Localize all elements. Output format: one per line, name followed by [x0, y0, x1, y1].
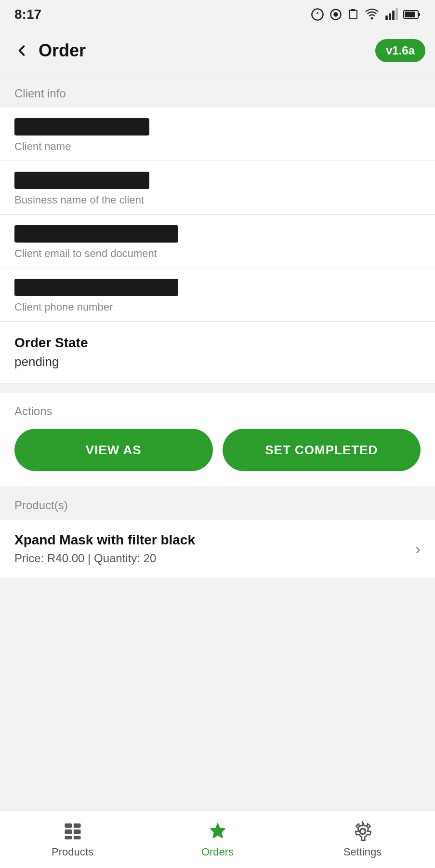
- svg-rect-18: [73, 836, 80, 839]
- svg-rect-15: [65, 829, 72, 834]
- actions-header: Actions: [14, 405, 421, 418]
- client-email-redacted: [14, 225, 178, 243]
- client-phone-label: Client phone number: [14, 301, 113, 313]
- svg-point-19: [360, 828, 365, 834]
- notification-icon: [311, 8, 324, 21]
- product-details: Price: R40.00 | Quantity: 20: [14, 552, 195, 565]
- status-time: 8:17: [14, 7, 41, 22]
- client-info-header: Client info: [0, 72, 435, 108]
- nav-item-settings[interactable]: Settings: [290, 821, 435, 858]
- app-icon-1: [329, 8, 343, 21]
- svg-point-2: [333, 12, 338, 16]
- client-phone-redacted: [14, 279, 178, 296]
- svg-rect-6: [385, 15, 388, 20]
- chevron-right-icon: ›: [415, 540, 421, 558]
- business-name-field: Business name of the client: [0, 161, 435, 215]
- business-name-redacted: [14, 172, 149, 189]
- version-badge: v1.6a: [375, 39, 425, 62]
- status-bar: 8:17: [0, 0, 435, 29]
- client-name-label: Client name: [14, 140, 71, 152]
- svg-rect-17: [65, 836, 72, 839]
- nav-item-products[interactable]: Products: [0, 821, 145, 858]
- order-state-title: Order State: [14, 335, 421, 351]
- app-bar: Order v1.6a: [0, 29, 435, 72]
- back-button[interactable]: [10, 39, 34, 63]
- svg-rect-13: [65, 823, 72, 827]
- products-header: Product(s): [0, 499, 435, 520]
- settings-nav-icon: [352, 821, 373, 842]
- svg-point-5: [371, 17, 373, 20]
- products-nav-icon: [62, 821, 83, 842]
- products-section: Product(s) Xpand Mask with filter black …: [0, 487, 435, 578]
- svg-rect-11: [418, 13, 420, 16]
- orders-nav-icon: [207, 821, 228, 842]
- nav-item-orders[interactable]: Orders: [145, 821, 290, 858]
- actions-section: Actions VIEW AS SET COMPLETED: [0, 393, 435, 487]
- svg-rect-16: [73, 829, 80, 834]
- product-item[interactable]: Xpand Mask with filter black Price: R40.…: [0, 520, 435, 578]
- client-email-field: Client email to send document: [0, 215, 435, 268]
- signal-icon: [385, 8, 398, 21]
- business-name-label: Business name of the client: [14, 194, 144, 206]
- svg-rect-8: [392, 11, 395, 20]
- client-phone-field: Client phone number: [0, 268, 435, 322]
- svg-rect-3: [349, 10, 357, 19]
- battery-icon: [403, 8, 421, 21]
- status-icons: [311, 8, 421, 21]
- client-name-field: Client name: [0, 108, 435, 161]
- nav-label-products: Products: [52, 846, 93, 858]
- product-info: Xpand Mask with filter black Price: R40.…: [14, 532, 195, 565]
- svg-rect-14: [73, 823, 80, 827]
- bottom-nav: Products Orders Settings: [0, 810, 435, 868]
- wifi-icon: [364, 8, 380, 21]
- order-state-section: Order State pending: [0, 322, 435, 383]
- client-email-label: Client email to send document: [14, 247, 157, 259]
- set-completed-button[interactable]: SET COMPLETED: [223, 429, 421, 471]
- view-as-button[interactable]: VIEW AS: [14, 429, 213, 471]
- nav-label-orders: Orders: [201, 846, 234, 858]
- clipboard-icon: [347, 8, 359, 21]
- svg-rect-7: [389, 14, 391, 20]
- client-name-redacted: [14, 118, 149, 136]
- product-name: Xpand Mask with filter black: [14, 532, 195, 548]
- nav-label-settings: Settings: [343, 846, 382, 858]
- svg-rect-9: [395, 8, 398, 20]
- svg-rect-4: [351, 9, 355, 11]
- actions-buttons: VIEW AS SET COMPLETED: [14, 429, 421, 471]
- svg-rect-12: [405, 12, 415, 17]
- page-title: Order: [39, 41, 375, 61]
- order-state-value: pending: [14, 354, 421, 369]
- svg-point-0: [312, 9, 323, 20]
- content-area: Client info Client name Business name of…: [0, 72, 435, 636]
